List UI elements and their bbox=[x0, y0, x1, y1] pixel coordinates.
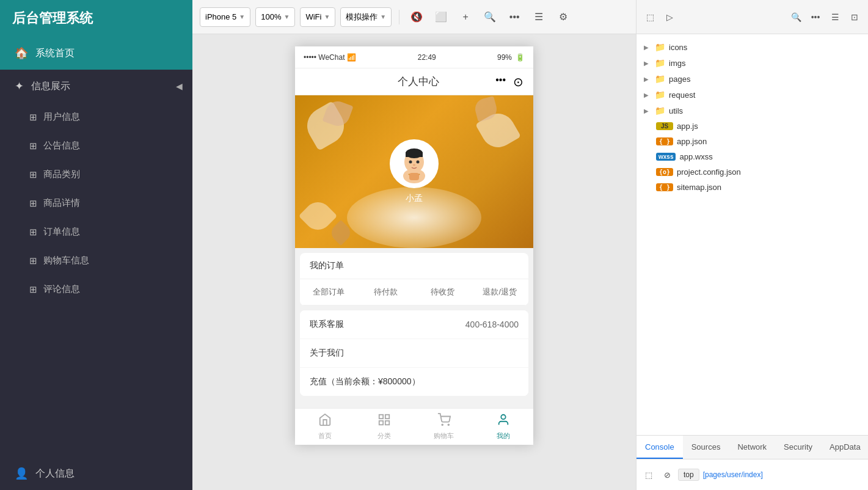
tab-pending-payment[interactable]: 待付款 bbox=[357, 279, 415, 305]
phone-body: 小孟 我的订单 全部订单 待付款 待收货 退款/退货 联系客服 bbox=[295, 95, 533, 408]
wifi-icon: 📶 bbox=[347, 53, 356, 62]
target-icon[interactable]: ⊙ bbox=[513, 75, 523, 89]
svg-rect-10 bbox=[379, 421, 383, 425]
tab-sources[interactable]: Sources bbox=[683, 436, 729, 459]
expand-arrow-icon: ▶ bbox=[644, 92, 651, 98]
chevron-down-icon: ▼ bbox=[324, 13, 330, 20]
nav-item-category[interactable]: 分类 bbox=[355, 413, 415, 441]
sidebar-item-comment-info[interactable]: ⊞ 评论信息 bbox=[0, 275, 192, 304]
sidebar-item-order-info[interactable]: ⊞ 订单信息 bbox=[0, 218, 192, 246]
svg-rect-9 bbox=[385, 415, 389, 419]
grid-icon: ⊞ bbox=[29, 112, 37, 123]
simulator-topbar: iPhone 5 ▼ 100% ▼ WiFi ▼ 模拟操作 ▼ 🔇 ⬜ + 🔍 … bbox=[192, 0, 636, 34]
folder-icon: 📁 bbox=[655, 58, 665, 68]
sidebar-sub-label: 商品详情 bbox=[43, 197, 80, 209]
dock-icon[interactable]: ⊡ bbox=[846, 9, 863, 26]
sidebar-item-notice-info[interactable]: ⊞ 公告信息 bbox=[0, 131, 192, 160]
search-icon[interactable]: 🔍 bbox=[480, 7, 500, 27]
inspector-icon[interactable]: ⬚ bbox=[641, 9, 658, 26]
svg-point-6 bbox=[413, 164, 415, 166]
svg-point-14 bbox=[501, 415, 506, 419]
search-icon[interactable]: 🔍 bbox=[787, 9, 804, 26]
tree-item-app-js[interactable]: JS app.js bbox=[636, 119, 868, 134]
more-icon[interactable]: ••• bbox=[807, 9, 824, 26]
sidebar-sub-label: 用户信息 bbox=[43, 111, 80, 123]
orders-card: 我的订单 全部订单 待付款 待收货 退款/退货 bbox=[300, 253, 528, 305]
tab-pending-receipt[interactable]: 待收货 bbox=[414, 279, 472, 305]
cart-nav-label: 购物车 bbox=[434, 431, 454, 441]
mode-selector[interactable]: 模拟操作 ▼ bbox=[340, 7, 392, 27]
status-right: 99% 🔋 bbox=[497, 53, 525, 62]
network-selector[interactable]: WiFi ▼ bbox=[300, 7, 335, 27]
tree-item-icons[interactable]: ▶ 📁 icons bbox=[636, 39, 868, 55]
screen-icon[interactable]: ⬜ bbox=[431, 7, 451, 27]
console-icon[interactable]: ▷ bbox=[661, 9, 678, 26]
orders-title: 我的订单 bbox=[300, 253, 528, 279]
layout-icon[interactable]: ☰ bbox=[826, 9, 844, 26]
info-icon: ✦ bbox=[15, 79, 24, 93]
zoom-selector[interactable]: 100% ▼ bbox=[255, 7, 295, 27]
sidebar-item-personal[interactable]: 👤 个人信息 bbox=[0, 457, 192, 490]
tree-item-project-config[interactable]: {o} project.config.json bbox=[636, 164, 868, 180]
svg-rect-7 bbox=[409, 173, 419, 180]
folder-icon: 📁 bbox=[655, 74, 665, 84]
sidebar-item-product-category[interactable]: ⊞ 商品类别 bbox=[0, 160, 192, 189]
sidebar-item-home[interactable]: 🏠 系统首页 bbox=[0, 37, 192, 70]
tree-item-sitemap[interactable]: { } sitemap.json bbox=[636, 180, 868, 195]
tab-console[interactable]: Console bbox=[636, 436, 683, 459]
folder-icon: 📁 bbox=[655, 106, 665, 115]
sidebar-title: 后台管理系统 bbox=[0, 0, 192, 37]
tree-item-request[interactable]: ▶ 📁 request bbox=[636, 87, 868, 103]
tree-item-label: sitemap.json bbox=[677, 183, 721, 192]
js-badge: JS bbox=[656, 122, 673, 130]
device-selector[interactable]: iPhone 5 ▼ bbox=[200, 7, 250, 27]
category-nav-icon bbox=[377, 413, 391, 430]
more-icon[interactable]: ••• bbox=[505, 7, 524, 27]
settings-icon[interactable]: ⚙ bbox=[553, 7, 573, 27]
status-left: ••••• WeChat 📶 bbox=[304, 53, 356, 62]
sidebar-item-info[interactable]: ✦ 信息展示 ◀ bbox=[0, 70, 192, 103]
nav-item-home[interactable]: 首页 bbox=[295, 413, 355, 441]
devtools-tabs: Console Sources Network Security AppData bbox=[636, 435, 868, 459]
tab-network[interactable]: Network bbox=[729, 436, 775, 459]
top-label[interactable]: top bbox=[678, 469, 699, 481]
tab-appdata[interactable]: AppData bbox=[821, 436, 868, 459]
chevron-down-icon: ▼ bbox=[380, 13, 386, 20]
sidebar-item-product-detail[interactable]: ⊞ 商品详情 bbox=[0, 189, 192, 218]
about-us-label: 关于我们 bbox=[310, 348, 344, 359]
tree-item-utils[interactable]: ▶ 📁 utils bbox=[636, 103, 868, 119]
tree-item-imgs[interactable]: ▶ 📁 imgs bbox=[636, 55, 868, 71]
tree-item-app-json[interactable]: { } app.json bbox=[636, 134, 868, 149]
add-icon[interactable]: + bbox=[456, 7, 475, 27]
tab-security[interactable]: Security bbox=[775, 436, 821, 459]
console-path: [pages/user/index] bbox=[703, 470, 763, 479]
sound-icon[interactable]: 🔇 bbox=[407, 7, 426, 27]
tree-item-label: request bbox=[669, 90, 695, 100]
tree-item-pages[interactable]: ▶ 📁 pages bbox=[636, 71, 868, 87]
mine-nav-icon bbox=[497, 413, 510, 430]
customer-service-row[interactable]: 联系客服 400-618-4000 bbox=[300, 310, 528, 339]
nav-item-cart[interactable]: 购物车 bbox=[414, 413, 474, 441]
grid-icon: ⊞ bbox=[29, 169, 37, 180]
console-block-icon[interactable]: ⊘ bbox=[660, 467, 674, 482]
console-inspect-icon[interactable]: ⬚ bbox=[641, 467, 656, 482]
sidebar-sub-label: 商品类别 bbox=[43, 169, 80, 180]
chevron-down-icon: ▼ bbox=[239, 13, 245, 20]
list-icon[interactable]: ☰ bbox=[529, 7, 549, 27]
json-badge: { } bbox=[656, 183, 673, 191]
customer-service-value: 400-618-4000 bbox=[465, 320, 519, 329]
sidebar-item-cart-info[interactable]: ⊞ 购物车信息 bbox=[0, 246, 192, 275]
json-badge: { } bbox=[656, 137, 673, 145]
tree-item-label: app.wxss bbox=[679, 152, 712, 161]
recharge-row[interactable]: 充值（当前余额：¥800000） bbox=[300, 368, 528, 396]
tab-all-orders[interactable]: 全部订单 bbox=[300, 279, 357, 305]
grid-icon: ⊞ bbox=[29, 141, 37, 152]
more-dots-icon[interactable]: ••• bbox=[495, 75, 506, 89]
tab-refund[interactable]: 退款/退货 bbox=[472, 279, 529, 305]
phone-wrapper: ••••• WeChat 📶 22:49 99% 🔋 个人中心 ••• ⊙ bbox=[192, 34, 636, 490]
profile-name: 小孟 bbox=[406, 193, 423, 204]
sidebar-item-user-info[interactable]: ⊞ 用户信息 bbox=[0, 103, 192, 131]
about-us-row[interactable]: 关于我们 bbox=[300, 339, 528, 368]
nav-item-mine[interactable]: 我的 bbox=[474, 413, 534, 441]
tree-item-app-wxss[interactable]: wxss app.wxss bbox=[636, 149, 868, 164]
